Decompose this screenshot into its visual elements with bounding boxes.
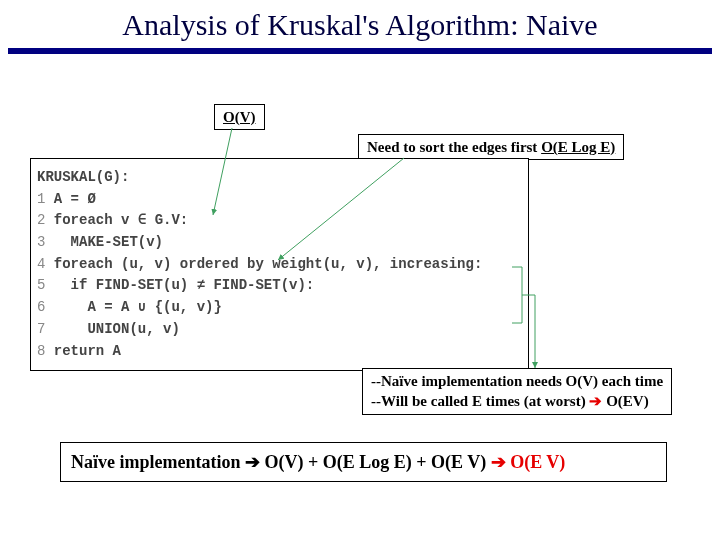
slide: Analysis of Kruskal's Algorithm: Naive O… [0, 0, 720, 540]
annotation-sort-complexity: O(E Log E) [541, 139, 615, 155]
code-line: A = Ø [45, 191, 95, 207]
code-header: KRUSKAL(G): [37, 169, 129, 185]
code-line: MAKE-SET(v) [45, 234, 163, 250]
annotation-naive: --Naïve implementation needs O(V) each t… [362, 368, 672, 415]
code-line: return A [45, 343, 121, 359]
code-line: if FIND-SET(u) ≠ FIND-SET(v): [45, 277, 314, 293]
summary-box: Naïve implementation ➔ O(V) + O(E Log E)… [60, 442, 667, 482]
slide-title: Analysis of Kruskal's Algorithm: Naive [0, 0, 720, 48]
title-underline [8, 48, 712, 54]
code-line: A = A ∪ {(u, v)} [45, 299, 221, 315]
annotation-naive-line1: --Naïve implementation needs O(V) each t… [371, 372, 663, 392]
annotation-naive-line2-suffix: times (at worst) [482, 393, 589, 409]
annotation-naive-line2-result: O(EV) [602, 393, 648, 409]
summary-result: O(E V) [506, 452, 566, 472]
pseudocode-block: KRUSKAL(G): 1 A = Ø 2 foreach v ∈ G.V: 3… [30, 158, 529, 371]
annotation-naive-line1-bold: O(V) [566, 373, 599, 389]
code-line: foreach v ∈ G.V: [45, 212, 188, 228]
code-line: foreach (u, v) ordered by weight(u, v), … [45, 256, 482, 272]
annotation-naive-line2: --Will be called E times (at worst) ➔ O(… [371, 392, 663, 412]
summary-body: O(V) + O(E Log E) + O(E V) [260, 452, 491, 472]
annotation-ov: O(V) [214, 104, 265, 130]
arrow-right-icon: ➔ [491, 452, 506, 472]
annotation-naive-line1-prefix: --Naïve implementation needs [371, 373, 566, 389]
arrow-right-icon: ➔ [589, 393, 602, 409]
annotation-sort-prefix: Need to sort the edges first [367, 139, 541, 155]
arrow-right-icon: ➔ [245, 452, 260, 472]
code-line: UNION(u, v) [45, 321, 179, 337]
annotation-sort: Need to sort the edges first O(E Log E) [358, 134, 624, 160]
summary-prefix: Naïve implementation [71, 452, 245, 472]
annotation-naive-line2-prefix: --Will be called [371, 393, 472, 409]
annotation-ov-text: O(V) [223, 109, 256, 125]
annotation-naive-line2-mid: E [472, 393, 482, 409]
annotation-naive-line1-suffix: each time [598, 373, 663, 389]
